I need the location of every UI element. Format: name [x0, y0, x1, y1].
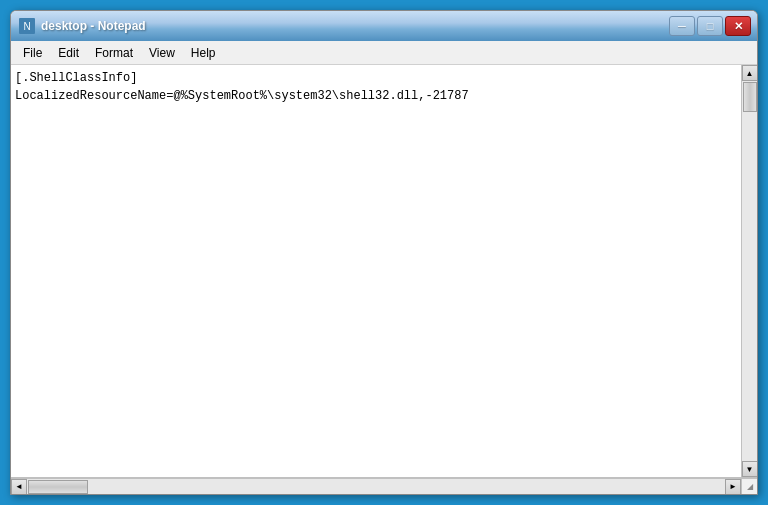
text-editor[interactable]: [11, 65, 741, 477]
scrollbar-corner: ◢: [741, 478, 757, 494]
title-bar-left: N desktop - Notepad: [19, 18, 146, 34]
scroll-left-button[interactable]: ◄: [11, 479, 27, 495]
close-button[interactable]: ✕: [725, 16, 751, 36]
horizontal-scrollbar: ◄ ►: [11, 478, 741, 494]
scroll-down-button[interactable]: ▼: [742, 461, 758, 477]
scroll-up-button[interactable]: ▲: [742, 65, 758, 81]
title-bar: N desktop - Notepad ─ □ ✕: [11, 11, 757, 41]
vertical-scrollbar: ▲ ▼: [741, 65, 757, 477]
scroll-h-thumb[interactable]: [28, 480, 88, 494]
content-area: ▲ ▼: [11, 65, 757, 477]
menu-help[interactable]: Help: [183, 44, 224, 62]
menu-format[interactable]: Format: [87, 44, 141, 62]
scroll-right-button[interactable]: ►: [725, 479, 741, 495]
menu-bar: File Edit Format View Help: [11, 41, 757, 65]
menu-file[interactable]: File: [15, 44, 50, 62]
window-title: desktop - Notepad: [41, 19, 146, 33]
scroll-v-track[interactable]: [742, 81, 757, 461]
scroll-v-thumb[interactable]: [743, 82, 757, 112]
scroll-h-track[interactable]: [27, 479, 725, 494]
bottom-area: ◄ ► ◢: [11, 477, 757, 494]
menu-view[interactable]: View: [141, 44, 183, 62]
menu-edit[interactable]: Edit: [50, 44, 87, 62]
title-buttons: ─ □ ✕: [669, 16, 751, 36]
minimize-button[interactable]: ─: [669, 16, 695, 36]
maximize-button[interactable]: □: [697, 16, 723, 36]
app-icon: N: [19, 18, 35, 34]
notepad-window: N desktop - Notepad ─ □ ✕ File Edit Form…: [10, 10, 758, 495]
